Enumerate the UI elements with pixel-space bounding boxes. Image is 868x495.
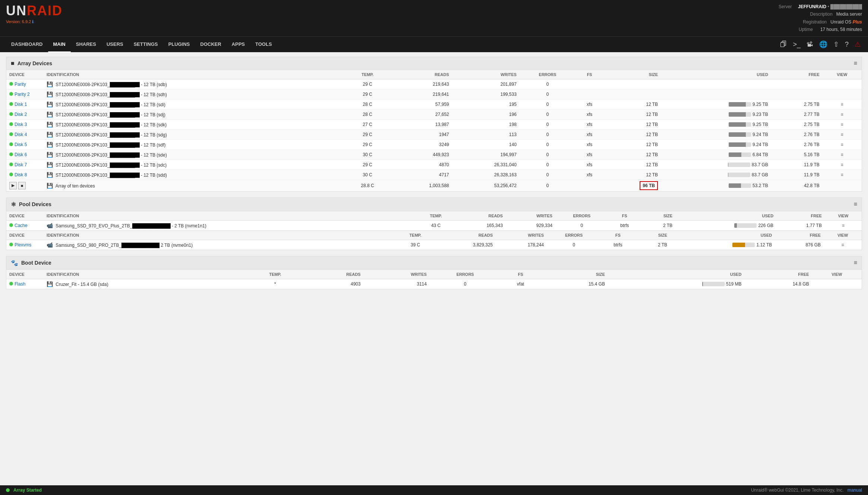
reads-cell: 219,643 <box>390 79 452 89</box>
view-cell[interactable]: ≡ <box>823 109 862 119</box>
view-icon[interactable]: ≡ <box>842 223 845 228</box>
status-dot <box>9 282 13 286</box>
nav-icon-upload[interactable]: ⇧ <box>832 39 840 50</box>
nav-main[interactable]: MAIN <box>48 37 71 52</box>
device-link[interactable]: Parity <box>15 82 26 87</box>
totals-used-cell: 53.2 TB <box>661 180 771 191</box>
device-link[interactable]: Disk 4 <box>15 132 27 137</box>
array-size-highlight: 96 TB <box>640 181 658 190</box>
view-icon[interactable]: ≡ <box>841 102 843 107</box>
view-icon[interactable]: ≡ <box>841 122 843 127</box>
col-identification: IDENTIFICATION <box>44 230 395 240</box>
used-cell: 226 GB <box>675 220 776 230</box>
status-dot <box>9 152 13 156</box>
reads-cell: 27,652 <box>390 109 452 119</box>
fs-cell: xfs <box>576 109 604 119</box>
table-row: Disk 1 💾 ST12000NE0008-2PK103_████████ -… <box>6 99 862 109</box>
nav-icon-terminal[interactable]: >_ <box>791 39 802 50</box>
device-link[interactable]: Cache <box>15 223 28 228</box>
status-dot <box>9 243 13 246</box>
view-icon[interactable]: ≡ <box>842 242 844 248</box>
view-cell[interactable]: ≡ <box>825 220 862 230</box>
totals-reads-cell: 1,003,588 <box>390 180 452 191</box>
device-link[interactable]: Plexvms <box>15 242 31 248</box>
view-cell[interactable]: ≡ <box>823 129 862 139</box>
view-icon[interactable]: ≡ <box>841 112 843 117</box>
boot-list-icon[interactable]: ≡ <box>854 259 857 266</box>
array-stop-icon[interactable]: ■ <box>18 182 26 189</box>
nav-icon-files[interactable]: 🗍 <box>779 39 788 50</box>
pool-list-icon[interactable]: ≡ <box>854 201 857 208</box>
view-cell[interactable]: ≡ <box>823 160 862 170</box>
boot-device-section: 🐾 Boot Device ≡ DEVICE IDENTIFICATION TE… <box>6 256 862 289</box>
col-fs: FS <box>601 230 635 240</box>
device-link[interactable]: Disk 2 <box>15 112 27 117</box>
view-cell[interactable]: ≡ <box>823 119 862 129</box>
device-link[interactable]: Disk 7 <box>15 162 27 167</box>
nav-icon-alert[interactable]: ⚠ <box>853 39 862 50</box>
version-info-icon[interactable]: ℹ <box>32 19 34 24</box>
device-link[interactable]: Disk 5 <box>15 142 27 147</box>
col-used: USED <box>670 230 775 240</box>
nav-icon-help[interactable]: ? <box>843 39 850 50</box>
size-cell: 2 TB <box>641 220 675 230</box>
view-icon[interactable]: ≡ <box>841 152 843 157</box>
view-cell[interactable]: ≡ <box>823 139 862 149</box>
view-icon[interactable]: ≡ <box>841 132 843 137</box>
errors-cell: 0 <box>520 170 576 180</box>
view-cell[interactable]: ≡ <box>824 240 862 250</box>
status-dot <box>9 173 13 176</box>
view-cell[interactable]: ≡ <box>823 170 862 180</box>
totals-writes-cell: 53,256,472 <box>452 180 519 191</box>
nav-users[interactable]: USERS <box>101 37 129 52</box>
col-device: DEVICE <box>6 211 44 221</box>
device-link[interactable]: Disk 6 <box>15 152 27 157</box>
table-row: Disk 7 💾 ST12000NE0008-2PK103_████████ -… <box>6 160 862 170</box>
nav-tools[interactable]: TOOLS <box>250 37 277 52</box>
nav-icon-display[interactable]: 🌐 <box>818 39 829 50</box>
boot-device-table: DEVICE IDENTIFICATION TEMP. READS WRITES… <box>6 270 862 289</box>
status-dot <box>9 92 13 96</box>
errors-cell: 0 <box>547 240 601 250</box>
free-cell <box>771 79 823 89</box>
col-writes: WRITES <box>364 270 430 279</box>
errors-cell: 0 <box>520 89 576 99</box>
device-link[interactable]: Disk 1 <box>15 102 27 107</box>
view-cell <box>812 279 862 289</box>
status-dot <box>9 122 13 126</box>
view-icon[interactable]: ≡ <box>841 142 843 147</box>
boot-icon: 🐾 <box>11 259 18 267</box>
size-cell <box>604 79 661 89</box>
nav-docker[interactable]: DOCKER <box>195 37 226 52</box>
view-cell[interactable]: ≡ <box>823 149 862 160</box>
device-link[interactable]: Disk 3 <box>15 122 27 127</box>
device-cell: Disk 3 <box>6 119 44 129</box>
view-cell[interactable]: ≡ <box>823 99 862 109</box>
nav-plugins[interactable]: PLUGINS <box>163 37 195 52</box>
nav-shares[interactable]: SHARES <box>71 37 101 52</box>
used-cell: 9.24 TB <box>661 139 771 149</box>
nav-settings[interactable]: SETTINGS <box>129 37 163 52</box>
device-link[interactable]: Flash <box>15 281 25 287</box>
nav-icon-monitor[interactable]: 📽 <box>805 39 815 50</box>
used-cell <box>661 79 771 89</box>
col-identification: IDENTIFICATION <box>44 70 345 79</box>
table-row: Disk 6 💾 ST12000NE0008-2PK103_████████ -… <box>6 149 862 160</box>
logo: UNRAID <box>6 3 63 19</box>
view-icon[interactable]: ≡ <box>841 172 843 177</box>
free-cell <box>771 89 823 99</box>
device-link[interactable]: Disk 8 <box>15 172 27 177</box>
view-icon[interactable]: ≡ <box>841 162 843 167</box>
device-link[interactable]: Parity 2 <box>15 92 30 97</box>
disk-icon: 💾 <box>47 91 53 97</box>
nav-dashboard[interactable]: DASHBOARD <box>6 37 48 52</box>
array-list-icon[interactable]: ≡ <box>854 60 857 67</box>
nav-apps[interactable]: APPS <box>226 37 250 52</box>
registration-label: Registration <box>803 19 829 25</box>
used-cell <box>661 89 771 99</box>
array-start-icon[interactable]: ▶ <box>9 182 17 189</box>
device-cell: Plexvms <box>6 240 44 250</box>
col-writes: WRITES <box>496 230 547 240</box>
col-reads: READS <box>302 270 364 279</box>
array-devices-body: Parity 💾 ST12000NE0008-2PK103_████████ -… <box>6 79 862 191</box>
